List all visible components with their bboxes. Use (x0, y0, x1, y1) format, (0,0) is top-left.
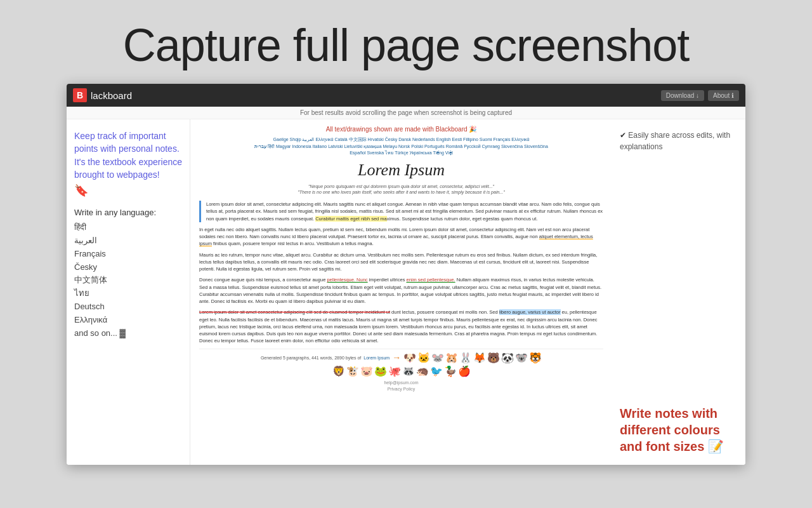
list-item: 中文简体 (74, 274, 182, 287)
notice-bar: For best results avoid scrolling the pag… (67, 107, 745, 119)
list-item: Deutsch (74, 300, 182, 314)
list-item: العربية (74, 234, 182, 248)
share-note: ✔ Easily share across edits, with explan… (620, 130, 738, 152)
emoji: 🍎 (458, 365, 471, 377)
download-button[interactable]: Download ↓ (661, 90, 704, 101)
paragraph-5: Lorem ipsum dolor sit amet consectetur a… (199, 309, 603, 344)
paragraph-3: Mauris ac leo rutrum, tempor nunc vitae,… (199, 251, 603, 273)
footer-link[interactable]: Lorem Ipsum (363, 356, 390, 360)
strikethrough-text: Lorem ipsum dolor sit amet consectetur a… (199, 309, 390, 315)
paragraph-2: In eget nulla nec odio aliquet sagittis.… (199, 226, 603, 248)
check-icon: ✔ (620, 131, 626, 140)
pencil-icon: 📝 (708, 439, 724, 453)
right-panel: ✔ Easily share across edits, with explan… (612, 119, 745, 465)
emoji: 🦁 (332, 365, 345, 377)
write-notes-text: Write notes with different colours and f… (620, 405, 738, 455)
emoji: 🦆 (444, 365, 457, 377)
logo-text: lackboard (91, 90, 132, 101)
list-item: and so on... ▓ (74, 327, 182, 340)
underline-green-highlight: pellentesque. Nunc (327, 277, 367, 283)
arrow-icon: → (392, 352, 401, 363)
paragraph-1: Lorem ipsum dolor sit amet, consectetur … (206, 201, 603, 222)
list-item: Ελληνικά (74, 314, 182, 327)
emoji: 🐸 (374, 365, 387, 377)
bookmark-icon: 🔖 (74, 184, 182, 197)
doc-footer: Generated 5 paragraphs, 441 words, 2890 … (199, 349, 603, 364)
browser-logo: B lackboard (73, 88, 132, 102)
share-text: Easily share across edits, with explanat… (620, 131, 730, 151)
emoji-row-1: 🐶 🐱 🐭 🐹 🐰 🦊 🐻 🐼 🐨 🐯 (403, 352, 542, 364)
emoji: 🦊 (473, 352, 486, 364)
language-list: हिंदी العربية Français Česky 中文简体 ไทย De… (74, 221, 182, 340)
list-item: Česky (74, 261, 182, 274)
underline-green-2: enim sed pellentesque. (406, 277, 455, 283)
emoji: 🐨 (515, 352, 528, 364)
emoji: 🐰 (459, 352, 472, 364)
lorem-ipsum-title: Lorem Ipsum (199, 161, 603, 180)
emoji: 🐻 (487, 352, 500, 364)
paragraph-4: Donec congue augue quis nisi tempus, a c… (199, 276, 603, 305)
annotation-text: Keep track of important points with pers… (74, 130, 182, 181)
emoji: 🐼 (501, 352, 514, 364)
emoji: 🐯 (529, 352, 542, 364)
browser-window: B lackboard Download ↓ About ℹ For best … (67, 84, 745, 465)
emoji: 🐱 (417, 352, 430, 364)
main-document: All text/drawings shown are made with Bl… (190, 119, 612, 465)
emoji-row-2: 🦁 🐮 🐷 🐸 🐙 🦝 🦔 🐦 🦆 🍎 (199, 365, 603, 377)
language-links: Gaeilge Shqip العربية Ελληνικά Català 中文… (199, 137, 603, 157)
doc-headline: All text/drawings shown are made with Bl… (199, 126, 603, 133)
language-section: Write in any language: हिंदी العربية Fra… (74, 208, 182, 340)
highlight-blue: libero augue, varius ut auctor (499, 309, 561, 315)
lorem-quote: "Neque porro quisquam est qui dolorem ip… (199, 184, 603, 196)
emoji: 🐹 (445, 352, 458, 364)
language-title: Write in any language: (74, 208, 182, 217)
list-item: हिंदी (74, 221, 182, 234)
about-button[interactable]: About ℹ (708, 90, 739, 101)
doc-help: help@ipsum.com Privacy Policy (199, 380, 603, 393)
content-area: Keep track of important points with pers… (67, 119, 745, 465)
emoji: 🦝 (402, 365, 415, 377)
footer-text: Generated 5 paragraphs, 441 words, 2890 … (261, 356, 361, 360)
highlight-yellow: Curabitur mattis eget nibh sed ma (315, 216, 387, 222)
browser-actions: Download ↓ About ℹ (661, 90, 739, 101)
emoji: 🐶 (403, 352, 416, 364)
emoji: 🐮 (346, 365, 359, 377)
logo-icon: B (73, 88, 87, 102)
browser-toolbar: B lackboard Download ↓ About ℹ (67, 84, 745, 107)
list-item: Français (74, 248, 182, 261)
underline-orange: aliquet elementum, lectus ipsum (199, 234, 593, 246)
list-item: ไทย (74, 287, 182, 300)
emoji: 🦔 (416, 365, 429, 377)
emoji: 🐷 (360, 365, 373, 377)
left-panel: Keep track of important points with pers… (67, 119, 190, 465)
emoji: 🐙 (388, 365, 401, 377)
highlighted-paragraph-block: Lorem ipsum dolor sit amet, consectetur … (199, 201, 603, 222)
emoji: 🐦 (430, 365, 443, 377)
emoji: 🐭 (431, 352, 444, 364)
page-title: Capture full page screenshot (123, 0, 690, 84)
